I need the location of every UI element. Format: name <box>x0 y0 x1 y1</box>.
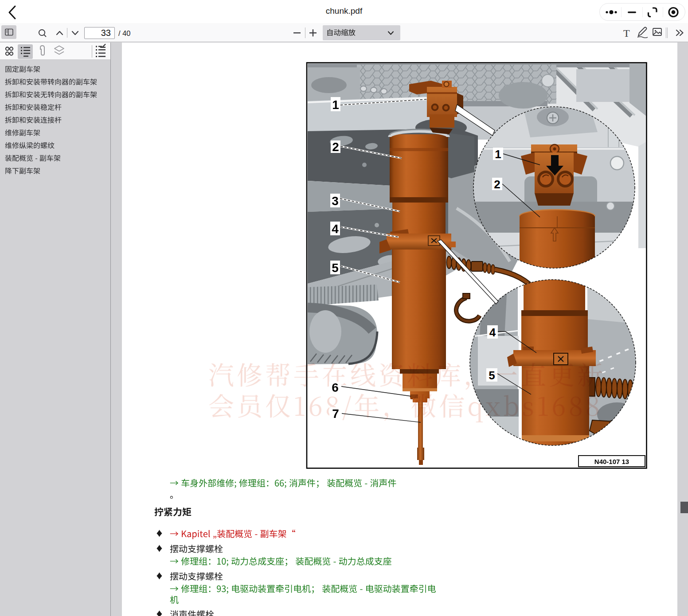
svg-text:2: 2 <box>332 140 339 154</box>
svg-text:7: 7 <box>332 407 339 421</box>
svg-text:1: 1 <box>495 148 501 161</box>
svg-text:5: 5 <box>489 369 495 382</box>
svg-text:6: 6 <box>332 381 339 394</box>
svg-text:5: 5 <box>332 261 339 275</box>
svg-text:T: T <box>623 27 630 39</box>
svg-text:4: 4 <box>332 222 339 236</box>
svg-text:1: 1 <box>332 98 339 112</box>
svg-text:3: 3 <box>332 194 339 208</box>
svg-text:2: 2 <box>494 178 500 191</box>
svg-text:4: 4 <box>489 326 496 339</box>
svg-text:N40-107 13: N40-107 13 <box>594 458 629 465</box>
